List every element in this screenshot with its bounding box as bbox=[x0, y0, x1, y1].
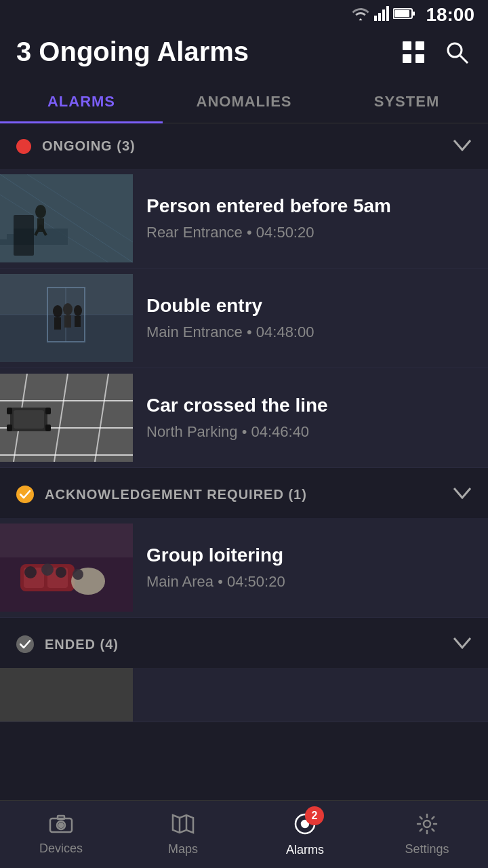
map-icon bbox=[171, 812, 195, 838]
ack-indicator bbox=[16, 486, 34, 503]
alarm-icon: 2 bbox=[293, 812, 317, 839]
search-button[interactable] bbox=[442, 37, 472, 67]
wifi-icon bbox=[351, 6, 370, 24]
alarm-item-person-entered[interactable]: Person entered before 5am Rear Entrance … bbox=[0, 169, 488, 269]
ack-label: ACKNOWLEDGEMENT REQUIRED (1) bbox=[45, 487, 307, 502]
ended-label: ENDED (4) bbox=[45, 637, 119, 652]
alarm-thumbnail-3 bbox=[0, 374, 133, 462]
ack-section-header[interactable]: ACKNOWLEDGEMENT REQUIRED (1) bbox=[0, 471, 488, 518]
svg-rect-5 bbox=[394, 10, 409, 17]
svg-rect-24 bbox=[0, 174, 133, 262]
alarm-thumbnail-ended bbox=[0, 668, 133, 722]
svg-rect-48 bbox=[7, 425, 12, 431]
ended-chevron-icon bbox=[453, 637, 472, 652]
alarm-title-1: Person entered before 5am bbox=[146, 195, 474, 217]
svg-point-11 bbox=[448, 43, 462, 57]
tab-anomalies[interactable]: ANOMALIES bbox=[163, 81, 325, 123]
svg-rect-63 bbox=[0, 668, 133, 722]
svg-line-12 bbox=[460, 56, 468, 63]
alarm-item-group-loitering[interactable]: Group loitering Main Area • 04:50:20 bbox=[0, 518, 488, 618]
status-bar: 18:00 bbox=[0, 0, 488, 30]
page-title: 3 Ongoing Alarms bbox=[16, 37, 249, 67]
ended-section-left: ENDED (4) bbox=[16, 635, 119, 653]
alarm-thumbnail-group bbox=[0, 524, 133, 612]
status-icons: 18:00 bbox=[351, 4, 474, 26]
header: 3 Ongoing Alarms bbox=[0, 30, 488, 81]
alarm-badge: 2 bbox=[305, 806, 324, 825]
svg-point-73 bbox=[424, 821, 430, 827]
ended-section-header[interactable]: ENDED (4) bbox=[0, 620, 488, 668]
alarm-title-3: Car crossed the line bbox=[146, 395, 474, 416]
alarm-subtitle-1: Rear Entrance • 04:50:20 bbox=[146, 224, 474, 241]
svg-rect-49 bbox=[45, 408, 51, 414]
nav-label-devices: Devices bbox=[39, 842, 83, 856]
svg-rect-67 bbox=[58, 816, 64, 819]
nav-label-alarms: Alarms bbox=[286, 843, 324, 857]
svg-rect-9 bbox=[403, 54, 411, 63]
ended-indicator bbox=[16, 635, 34, 653]
alarm-subtitle-group: Main Area • 04:50:20 bbox=[146, 573, 474, 591]
nav-item-maps[interactable]: Maps bbox=[122, 801, 244, 868]
alarm-info-group: Group loitering Main Area • 04:50:20 bbox=[133, 545, 488, 591]
alarm-subtitle-2: Main Entrance • 04:48:00 bbox=[146, 323, 474, 341]
nav-item-alarms[interactable]: 2 Alarms bbox=[244, 801, 366, 868]
alarm-subtitle-3: North Parking • 04:46:40 bbox=[146, 423, 474, 441]
signal-icon bbox=[374, 6, 389, 24]
svg-point-66 bbox=[59, 823, 63, 827]
tab-system[interactable]: SYSTEM bbox=[325, 81, 488, 123]
ongoing-section-left: ONGOING (3) bbox=[16, 138, 136, 154]
alarm-item-ended-partial[interactable] bbox=[0, 668, 488, 722]
svg-rect-1 bbox=[378, 13, 381, 21]
alarm-title-2: Double entry bbox=[146, 295, 474, 317]
svg-rect-8 bbox=[415, 41, 424, 50]
ongoing-label: ONGOING (3) bbox=[42, 138, 136, 154]
bottom-navigation: Devices Maps 2 Alarms bbox=[0, 800, 488, 868]
alarm-info-1: Person entered before 5am Rear Entrance … bbox=[133, 195, 488, 241]
alarm-thumbnail-2 bbox=[0, 274, 133, 362]
nav-label-maps: Maps bbox=[168, 842, 198, 856]
alarm-thumbnail-1 bbox=[0, 174, 133, 262]
svg-rect-61 bbox=[0, 524, 133, 612]
camera-icon bbox=[49, 813, 73, 837]
alarm-title-group: Group loitering bbox=[146, 545, 474, 566]
ongoing-section-header[interactable]: ONGOING (3) bbox=[0, 123, 488, 169]
ongoing-indicator bbox=[16, 139, 31, 154]
svg-rect-10 bbox=[415, 54, 424, 63]
ack-section-left: ACKNOWLEDGEMENT REQUIRED (1) bbox=[16, 486, 307, 503]
content-area: ONGOING (3) bbox=[0, 123, 488, 790]
alarm-info-3: Car crossed the line North Parking • 04:… bbox=[133, 395, 488, 441]
svg-rect-0 bbox=[374, 16, 377, 21]
svg-rect-2 bbox=[382, 9, 385, 21]
nav-item-settings[interactable]: Settings bbox=[366, 801, 488, 868]
ack-chevron-icon bbox=[453, 487, 472, 502]
svg-rect-36 bbox=[0, 274, 133, 362]
svg-marker-68 bbox=[173, 815, 193, 833]
status-time: 18:00 bbox=[426, 4, 474, 26]
alarm-item-car[interactable]: Car crossed the line North Parking • 04:… bbox=[0, 368, 488, 468]
svg-rect-47 bbox=[7, 408, 12, 414]
battery-icon bbox=[393, 7, 415, 22]
nav-item-devices[interactable]: Devices bbox=[0, 801, 122, 868]
alarm-item-double-entry[interactable]: Double entry Main Entrance • 04:48:00 bbox=[0, 269, 488, 368]
ongoing-chevron-icon bbox=[453, 139, 472, 154]
grid-button[interactable] bbox=[399, 37, 428, 67]
tab-alarms[interactable]: ALARMS bbox=[0, 81, 163, 123]
tabs-bar: ALARMS ANOMALIES SYSTEM bbox=[0, 81, 488, 123]
header-actions bbox=[399, 37, 472, 67]
nav-label-settings: Settings bbox=[405, 842, 449, 856]
svg-rect-46 bbox=[14, 410, 44, 429]
svg-rect-50 bbox=[45, 425, 51, 431]
svg-rect-3 bbox=[386, 6, 389, 21]
settings-icon bbox=[415, 812, 439, 838]
svg-rect-7 bbox=[403, 41, 411, 50]
alarm-info-2: Double entry Main Entrance • 04:48:00 bbox=[133, 295, 488, 341]
svg-rect-6 bbox=[413, 12, 415, 16]
